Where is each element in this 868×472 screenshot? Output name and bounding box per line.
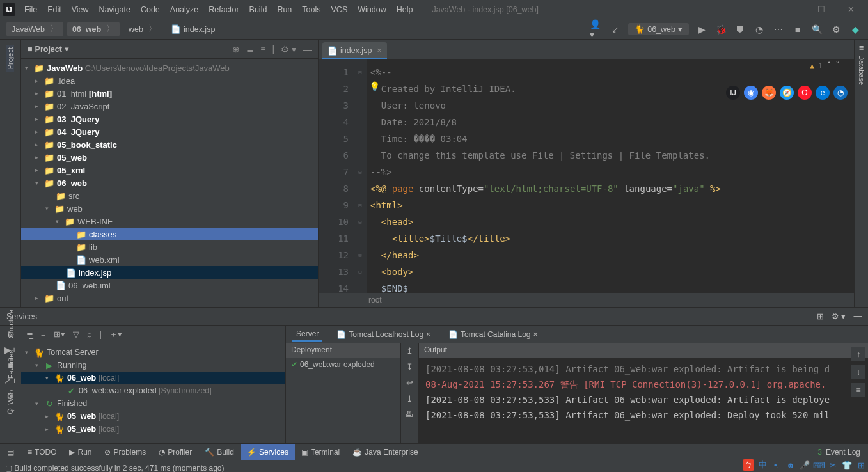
gear-icon[interactable]: ⚙ ▾ bbox=[832, 311, 846, 321]
edge-icon[interactable]: ◔ bbox=[833, 86, 848, 100]
scroll-down-icon[interactable]: ↓ bbox=[851, 365, 865, 379]
structure-tool-button[interactable]: Structure bbox=[7, 307, 15, 341]
todo-tab[interactable]: ≡ TODO bbox=[21, 444, 63, 460]
safari-icon[interactable]: 🧭 bbox=[780, 86, 794, 100]
expand-all-icon[interactable]: ≡̲ bbox=[246, 44, 254, 54]
scroll-up-icon[interactable]: ↑ bbox=[851, 347, 865, 361]
menu-edit[interactable]: Edit bbox=[43, 3, 65, 16]
services-tab[interactable]: ⚡ Services bbox=[241, 444, 295, 460]
ime-mode[interactable]: 中 bbox=[757, 459, 768, 471]
menu-window[interactable]: Window bbox=[354, 3, 390, 16]
hide-panel-icon[interactable]: — bbox=[303, 44, 312, 54]
problems-tab[interactable]: ⊘ Problems bbox=[98, 444, 152, 460]
crumb-file[interactable]: 📄index.jsp bbox=[166, 22, 220, 36]
menu-navigate[interactable]: Navigate bbox=[95, 3, 134, 16]
down-icon[interactable]: ↧ bbox=[406, 362, 413, 372]
editor-breadcrumb[interactable]: root bbox=[319, 293, 854, 307]
chrome-icon[interactable]: ◉ bbox=[744, 86, 758, 100]
hide-panel-icon[interactable]: — bbox=[854, 311, 862, 321]
builtin-browser-icon[interactable]: IJ bbox=[726, 86, 740, 100]
tab-server[interactable]: Server bbox=[292, 327, 322, 342]
scroll-end-icon[interactable]: ≡ bbox=[851, 383, 865, 397]
layout-icon[interactable]: ⊞ bbox=[817, 311, 824, 321]
opera-icon[interactable]: O bbox=[798, 86, 812, 100]
collapse-icon[interactable]: ≡ bbox=[41, 329, 46, 339]
hammer-icon[interactable]: ↙ bbox=[609, 23, 622, 36]
project-tool-button[interactable]: Project bbox=[6, 45, 14, 72]
grid-icon[interactable]: ⊞▾ bbox=[54, 329, 65, 339]
database-icon[interactable]: ≡ bbox=[859, 43, 864, 52]
up-icon[interactable]: ↥ bbox=[406, 346, 413, 356]
print-icon[interactable]: 🖶 bbox=[406, 410, 414, 419]
intention-bulb-icon[interactable]: 💡 bbox=[369, 81, 380, 91]
services-tree[interactable]: ▾🐈Tomcat Server ▾▶Running ▾🐈06_web [loca… bbox=[21, 343, 285, 443]
scroll-target-icon[interactable]: ⊕ bbox=[232, 44, 240, 54]
tree-folder: ▸📁out bbox=[21, 292, 318, 304]
close-button[interactable]: ✕ bbox=[836, 0, 865, 19]
menu-file[interactable]: File bbox=[20, 3, 41, 16]
ie-icon[interactable]: e bbox=[816, 86, 830, 100]
run-tab[interactable]: ▶ Run bbox=[63, 444, 98, 460]
user-icon[interactable]: 👤▾ bbox=[590, 23, 603, 36]
menu-build[interactable]: Build bbox=[246, 3, 271, 16]
crumb-root[interactable]: JavaWeb〉 bbox=[6, 22, 63, 36]
status-icon[interactable]: ▢ bbox=[5, 464, 12, 473]
close-tab-icon[interactable]: × bbox=[377, 46, 381, 55]
menu-view[interactable]: View bbox=[68, 3, 93, 16]
tree-file-index: 📄index.jsp bbox=[21, 266, 318, 279]
database-tool-button[interactable]: Database bbox=[858, 52, 865, 88]
filter-icon[interactable]: ▽ bbox=[73, 329, 79, 339]
debug-icon[interactable]: 🐞 bbox=[714, 23, 727, 36]
tree-folder: ▸📁05_book_static bbox=[21, 138, 318, 151]
group-icon[interactable]: ⌕ bbox=[87, 329, 92, 339]
console-output[interactable]: [2021-08-08 03:27:53,014] Artifact 06_we… bbox=[419, 358, 868, 443]
fold-column[interactable]: ⊟⊟⊟⊟⊟⊟ bbox=[354, 59, 367, 293]
profile-icon[interactable]: ◔ bbox=[753, 23, 766, 36]
deploy-item[interactable]: ✔06_web:war exploded bbox=[286, 358, 400, 443]
menu-code[interactable]: Code bbox=[137, 3, 164, 16]
profiler-tab[interactable]: ◔ Profiler bbox=[152, 444, 198, 460]
search-icon[interactable]: 🔍 bbox=[810, 23, 823, 36]
run-config-selector[interactable]: 🐈06_web ▾ bbox=[628, 23, 689, 35]
add-icon[interactable]: ＋▾ bbox=[109, 329, 122, 340]
inspection-indicator[interactable]: ▲1ˆˇ bbox=[810, 61, 840, 70]
project-tree[interactable]: ▾📁JavaWeb C:\Users\lenovo\IdeaProjects\J… bbox=[21, 59, 318, 307]
tab-localhost-log[interactable]: 📄 Tomcat Localhost Log × bbox=[333, 328, 434, 341]
menu-analyze[interactable]: Analyze bbox=[166, 3, 202, 16]
coverage-icon[interactable]: ⛊ bbox=[734, 23, 746, 36]
firefox-icon[interactable]: 🦊 bbox=[762, 86, 776, 100]
settings-icon[interactable]: ⚙ bbox=[830, 23, 842, 36]
expand-icon[interactable]: ≡̲ bbox=[26, 329, 33, 339]
menu-run[interactable]: Run bbox=[273, 3, 296, 16]
soft-wrap-icon[interactable]: ↩ bbox=[406, 378, 413, 388]
codewithme-icon[interactable]: ◆ bbox=[849, 23, 862, 36]
crumb-module[interactable]: 06_web〉 bbox=[67, 22, 120, 36]
editor-tab[interactable]: 📄index.jsp× bbox=[322, 42, 387, 59]
stop-icon[interactable]: ■ bbox=[791, 23, 804, 36]
run-icon[interactable]: ▶ bbox=[695, 23, 708, 36]
web-tool-button[interactable]: Web bbox=[7, 388, 15, 407]
menu-refactor[interactable]: Refactor bbox=[205, 3, 242, 16]
build-tab[interactable]: 🔨 Build bbox=[198, 444, 241, 460]
ime-icon[interactable]: ㄅ bbox=[743, 459, 754, 471]
gear-icon[interactable]: ⚙ ▾ bbox=[281, 44, 296, 54]
tree-folder: ▾📁web bbox=[21, 202, 318, 215]
favorites-tool-button[interactable]: Favorites bbox=[7, 347, 15, 381]
menu-vcs[interactable]: VCS bbox=[327, 3, 352, 16]
project-view-selector[interactable]: ■ Project ▾ bbox=[28, 44, 69, 54]
main-area: Project ■ Project ▾ ⊕ ≡̲ ≡ | ⚙ ▾ — ▾📁Jav… bbox=[0, 40, 868, 307]
jee-tab[interactable]: ☕ Java Enterprise bbox=[346, 444, 424, 460]
terminal-tab[interactable]: ▣ Terminal bbox=[295, 444, 346, 460]
maximize-button[interactable]: ☐ bbox=[807, 0, 836, 19]
scroll-icon[interactable]: ⤓ bbox=[406, 394, 413, 404]
main-menu[interactable]: File Edit View Navigate Code Analyze Ref… bbox=[20, 3, 416, 16]
toolwindow-list-icon[interactable]: ▤ bbox=[7, 448, 14, 457]
attach-icon[interactable]: ⋯ bbox=[772, 23, 785, 36]
menu-tools[interactable]: Tools bbox=[298, 3, 324, 16]
collapse-all-icon[interactable]: ≡ bbox=[260, 44, 265, 54]
tab-catalina-log[interactable]: 📄 Tomcat Catalina Log × bbox=[445, 328, 541, 341]
minimize-button[interactable]: — bbox=[777, 0, 807, 19]
event-log-tab[interactable]: Event Log bbox=[826, 448, 860, 457]
menu-help[interactable]: Help bbox=[393, 3, 417, 16]
crumb-dir[interactable]: web〉 bbox=[123, 22, 162, 36]
